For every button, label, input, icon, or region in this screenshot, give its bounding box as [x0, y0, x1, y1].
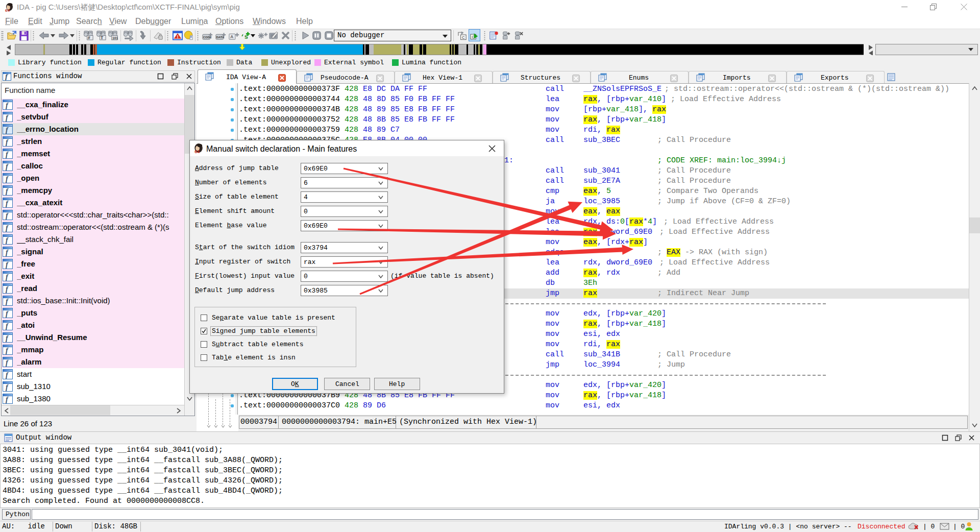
svg-text:C: C [462, 35, 465, 40]
svg-text:64: 64 [5, 8, 10, 12]
svg-text:#: # [88, 35, 90, 40]
svg-text:101: 101 [112, 36, 118, 40]
svg-text:64: 64 [194, 149, 200, 154]
svg-text:!: ! [177, 35, 179, 39]
svg-text:T: T [101, 35, 104, 40]
svg-text:A: A [230, 35, 233, 40]
